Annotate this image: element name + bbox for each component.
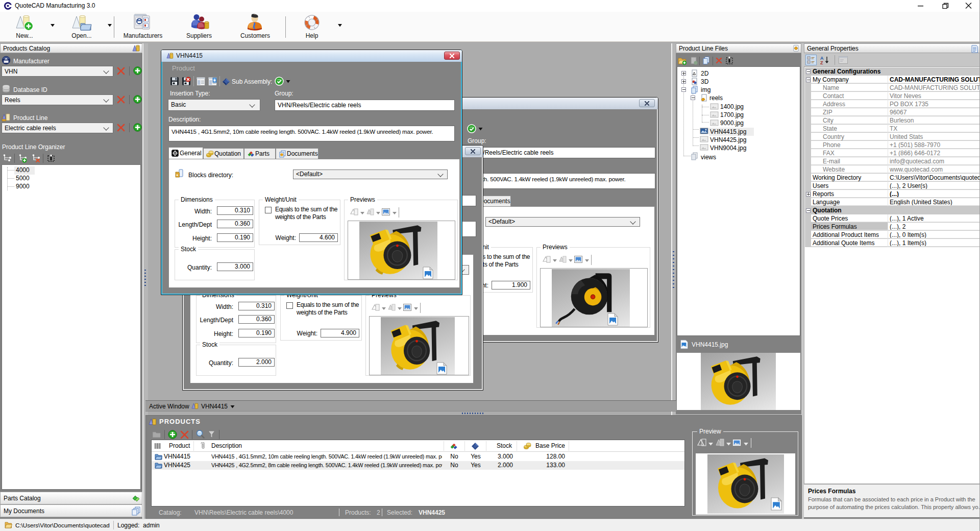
svg-text:Z: Z <box>820 60 823 65</box>
svg-text:+: + <box>808 60 810 63</box>
svg-text:+: + <box>808 56 810 59</box>
